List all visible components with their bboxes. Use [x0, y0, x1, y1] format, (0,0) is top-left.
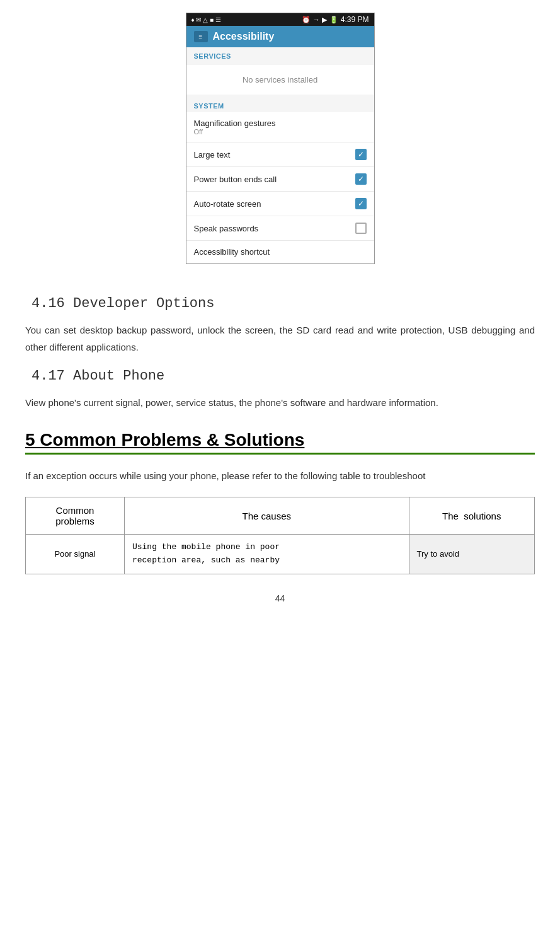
phone-header: ≡ Accessibility [186, 26, 374, 47]
phone-screenshot: ♦ ✉ △ ■ ☰ ⏰ → ▶ 🔋 4:39 PM ≡ Accessibilit… [186, 13, 375, 264]
menu-item-label: Speak passwords [194, 224, 259, 233]
section-417-body: View phone's current signal, power, serv… [25, 394, 535, 411]
checkbox-checked-icon[interactable]: ✓ [355, 149, 367, 160]
list-item[interactable]: Accessibility shortcut [186, 241, 374, 264]
checkbox-unchecked-icon[interactable] [355, 223, 367, 234]
chapter-5: 5 Common Problems & Solutions If an exce… [13, 430, 547, 484]
page-number: 44 [13, 593, 547, 603]
table-header-problems: Commonproblems [26, 497, 125, 535]
chapter-5-intro: If an exception occurs while using your … [25, 467, 535, 484]
section-417-heading: 4.17 About Phone [31, 368, 529, 384]
status-time: 4:39 PM [341, 15, 369, 24]
menu-icon: ≡ [199, 33, 203, 40]
menu-item-label: Accessibility shortcut [194, 247, 270, 257]
list-item[interactable]: Power button ends call ✓ [186, 167, 374, 192]
phone-header-title: Accessibility [213, 31, 275, 42]
menu-item-label: Large text [194, 150, 231, 160]
section-416-body: You can set desktop backup password, unl… [25, 322, 535, 356]
table-row: Poor signal Using the mobile phone in po… [26, 535, 535, 574]
section-417: 4.17 About Phone View phone's current si… [13, 368, 547, 411]
problems-table: Commonproblems The causes The solutions … [25, 497, 535, 574]
system-section-label: SYSTEM [186, 97, 374, 112]
list-item[interactable]: Magnification gestures Off [186, 112, 374, 142]
section-416: 4.16 Developer Options You can set deskt… [13, 296, 547, 356]
no-services-text: No services installed [186, 65, 374, 95]
battery-icon: 🔋 [329, 16, 338, 24]
table-cell-problem: Poor signal [26, 535, 125, 574]
menu-item-label: Power button ends call [194, 175, 277, 184]
table-container: Commonproblems The causes The solutions … [25, 497, 535, 574]
table-cell-solutions: Try to avoid [409, 535, 534, 574]
status-icons-right: → ▶ [313, 16, 327, 24]
list-item[interactable]: Large text ✓ [186, 142, 374, 167]
phone-header-icon: ≡ [194, 31, 208, 42]
checkbox-checked-icon[interactable]: ✓ [355, 198, 367, 209]
menu-item-label: Auto-rotate screen [194, 199, 261, 209]
status-icons-left: ♦ ✉ △ ■ ☰ [191, 16, 221, 23]
list-item[interactable]: Auto-rotate screen ✓ [186, 192, 374, 216]
table-header-solutions: The solutions [409, 497, 534, 535]
list-item[interactable]: Speak passwords [186, 216, 374, 241]
menu-item-sublabel: Off [194, 128, 276, 136]
clock-icon: ⏰ [302, 16, 311, 24]
services-section-label: SERVICES [186, 47, 374, 62]
menu-item-label: Magnification gestures [194, 119, 276, 128]
chapter-5-heading: 5 Common Problems & Solutions [25, 430, 535, 455]
phone-content: SERVICES No services installed SYSTEM Ma… [186, 47, 374, 264]
checkbox-checked-icon[interactable]: ✓ [355, 173, 367, 185]
table-cell-causes: Using the mobile phone in poor reception… [124, 535, 409, 574]
section-416-heading: 4.16 Developer Options [31, 296, 529, 311]
table-header-causes: The causes [124, 497, 409, 535]
menu-item-text: Magnification gestures Off [194, 119, 276, 136]
phone-screenshot-wrapper: ♦ ✉ △ ■ ☰ ⏰ → ▶ 🔋 4:39 PM ≡ Accessibilit… [13, 0, 547, 283]
page-container: ♦ ✉ △ ■ ☰ ⏰ → ▶ 🔋 4:39 PM ≡ Accessibilit… [0, 0, 560, 629]
phone-status-bar: ♦ ✉ △ ■ ☰ ⏰ → ▶ 🔋 4:39 PM [186, 13, 374, 26]
phone-status-icons: ♦ ✉ △ ■ ☰ [191, 16, 221, 23]
